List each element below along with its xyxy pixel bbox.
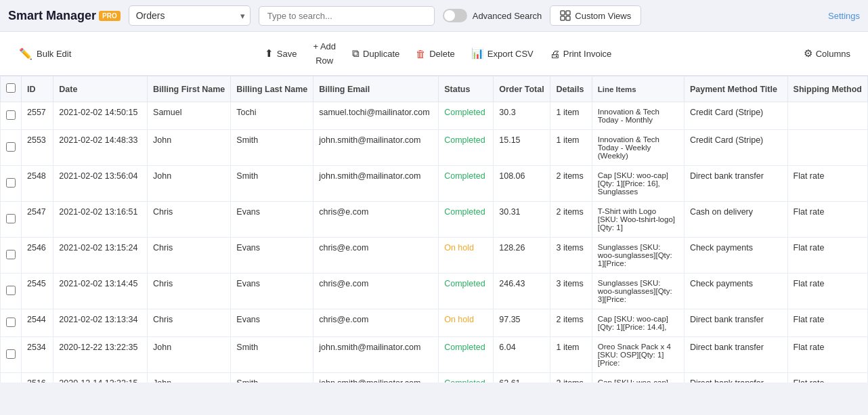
entity-select-wrapper[interactable]: Orders Products Customers [129, 5, 251, 26]
order-total: 246.43 [494, 274, 550, 309]
row-checkbox-cell[interactable] [1, 337, 22, 373]
order-total: 62.61 [494, 373, 550, 383]
app-logo: Smart Manager PRO [8, 9, 121, 23]
advanced-search-switch[interactable] [443, 9, 467, 22]
row-checkbox[interactable] [6, 318, 16, 327]
save-label: Save [277, 49, 297, 59]
row-checkbox-cell[interactable] [1, 202, 22, 238]
row-checkbox-cell[interactable] [1, 274, 22, 309]
billing-last-name: Evans [231, 309, 313, 337]
table-row: 2534 2020-12-22 13:22:35 John Smith john… [1, 337, 868, 373]
col-header-email: Billing Email [313, 77, 439, 102]
row-checkbox[interactable] [6, 250, 16, 259]
advanced-search-toggle[interactable]: Advanced Search [443, 9, 542, 22]
row-checkbox-cell[interactable] [1, 102, 22, 130]
order-total: 108.06 [494, 166, 550, 202]
order-date: 2021-02-02 13:56:04 [53, 166, 148, 202]
custom-views-button[interactable]: Custom Views [550, 5, 641, 26]
duplicate-button[interactable]: ⧉ Duplicate [345, 43, 406, 64]
order-date: 2021-02-02 14:48:33 [53, 130, 148, 166]
order-details: 2 items [550, 202, 592, 238]
row-checkbox-cell[interactable] [1, 238, 22, 274]
billing-last-name: Smith [231, 337, 313, 373]
entity-select[interactable]: Orders Products Customers [129, 5, 251, 26]
delete-button[interactable]: 🗑 Delete [409, 44, 462, 64]
order-total: 30.3 [494, 102, 550, 130]
shipping-method: Flat rate [787, 202, 867, 238]
order-total: 128.26 [494, 238, 550, 274]
billing-first-name: Chris [148, 274, 231, 309]
line-items: Cap [SKU: woo-cap][Qty: 1][Price: 14.4], [592, 309, 684, 337]
order-date: 2020-12-22 13:22:35 [53, 337, 148, 373]
order-status: Completed [439, 202, 494, 238]
order-date: 2020-12-14 12:32:15 [53, 373, 148, 383]
row-checkbox-cell[interactable] [1, 166, 22, 202]
table-row: 2553 2021-02-02 14:48:33 John Smith john… [1, 130, 868, 166]
svg-rect-0 [561, 11, 565, 15]
custom-views-icon [560, 10, 571, 21]
bulk-edit-label: Bulk Edit [37, 49, 71, 59]
row-checkbox-cell[interactable] [1, 130, 22, 166]
export-csv-icon: 📊 [471, 47, 484, 60]
line-items: Oreo Snack Pack x 4 [SKU: OSP][Qty: 1][P… [592, 337, 684, 373]
custom-views-label: Custom Views [575, 11, 631, 21]
shipping-method: Flat rate [787, 373, 867, 383]
table-body: 2557 2021-02-02 14:50:15 Samuel Tochi sa… [1, 102, 868, 383]
billing-email: john.smith@mailinator.com [313, 373, 439, 383]
row-checkbox[interactable] [6, 349, 16, 359]
select-all-header[interactable] [1, 77, 22, 102]
order-date: 2021-02-02 13:16:51 [53, 202, 148, 238]
select-all-checkbox[interactable] [6, 83, 16, 93]
settings-link[interactable]: Settings [828, 11, 860, 21]
duplicate-icon: ⧉ [352, 47, 360, 60]
save-icon: ⬆ [265, 47, 274, 60]
shipping-method: Flat rate [787, 166, 867, 202]
order-status: Completed [439, 102, 494, 130]
billing-last-name: Smith [231, 166, 313, 202]
order-status: Completed [439, 274, 494, 309]
table-row: 2544 2021-02-02 13:13:34 Chris Evans chr… [1, 309, 868, 337]
pro-badge: PRO [99, 11, 121, 21]
shipping-method: Flat rate [787, 309, 867, 337]
col-header-shipping: Shipping Method [787, 77, 867, 102]
order-id: 2548 [22, 166, 53, 202]
order-total: 30.31 [494, 202, 550, 238]
order-total: 97.35 [494, 309, 550, 337]
col-header-order-total: Order Total [494, 77, 550, 102]
table-row: 2516 2020-12-14 12:32:15 John Smith john… [1, 373, 868, 383]
delete-icon: 🗑 [416, 48, 426, 60]
row-checkbox[interactable] [6, 110, 16, 120]
col-header-last-name: Billing Last Name [231, 77, 313, 102]
row-checkbox[interactable] [6, 178, 16, 188]
row-checkbox[interactable] [6, 286, 16, 295]
search-input[interactable] [259, 6, 435, 26]
print-invoice-button[interactable]: 🖨 Print Invoice [543, 44, 619, 64]
row-checkbox[interactable] [6, 214, 16, 223]
billing-first-name: John [148, 130, 231, 166]
bulk-edit-icon: ✏️ [19, 47, 32, 60]
row-checkbox[interactable] [6, 142, 16, 152]
order-status: On hold [439, 309, 494, 337]
bulk-edit-button[interactable]: ✏️ Bulk Edit [11, 43, 79, 64]
add-row-button[interactable]: + Add Row [306, 37, 343, 70]
order-id: 2553 [22, 130, 53, 166]
save-button[interactable]: ⬆ Save [258, 43, 304, 64]
row-checkbox-cell[interactable] [1, 373, 22, 383]
svg-rect-1 [566, 11, 570, 15]
row-checkbox-cell[interactable] [1, 309, 22, 337]
billing-email: john.smith@mailinator.com [313, 337, 439, 373]
order-id: 2516 [22, 373, 53, 383]
order-date: 2021-02-02 13:15:24 [53, 238, 148, 274]
table-header: ID Date Billing First Name Billing Last … [1, 77, 868, 102]
columns-button[interactable]: ⚙ Columns [797, 43, 857, 64]
billing-first-name: John [148, 373, 231, 383]
billing-last-name: Evans [231, 238, 313, 274]
export-csv-button[interactable]: 📊 Export CSV [464, 43, 540, 64]
shipping-method [787, 102, 867, 130]
order-total: 15.15 [494, 130, 550, 166]
order-date: 2021-02-02 14:50:15 [53, 102, 148, 130]
billing-last-name: Smith [231, 130, 313, 166]
shipping-method: Flat rate [787, 274, 867, 309]
order-id: 2557 [22, 102, 53, 130]
export-csv-label: Export CSV [487, 49, 534, 59]
